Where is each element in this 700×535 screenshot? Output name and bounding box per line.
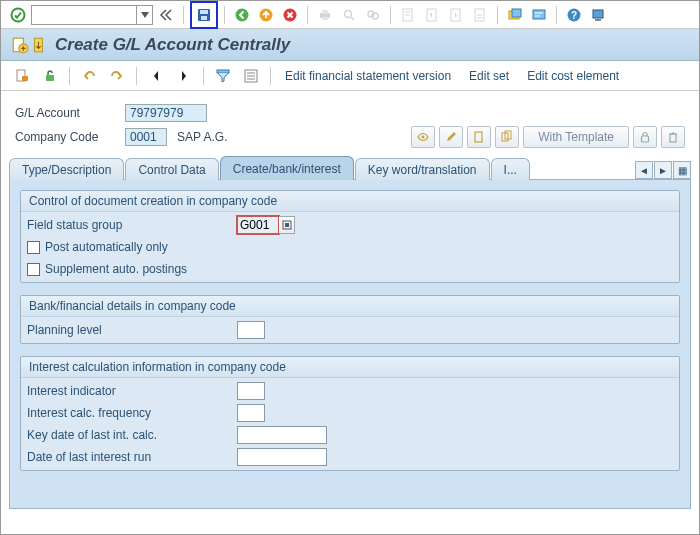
display-icon[interactable] <box>411 126 435 148</box>
command-field[interactable] <box>31 5 153 25</box>
field-status-group-input[interactable] <box>237 216 279 234</box>
find-next-icon <box>362 4 384 26</box>
gl-account-label: G/L Account <box>15 106 125 120</box>
tab-scroll-left[interactable]: ◄ <box>635 161 653 179</box>
svg-rect-18 <box>512 9 521 17</box>
new-doc-icon[interactable] <box>467 126 491 148</box>
cancel-button[interactable] <box>279 4 301 26</box>
key-date-input[interactable] <box>237 426 327 444</box>
svg-rect-28 <box>22 76 28 81</box>
separator <box>183 6 184 24</box>
save-highlight <box>190 1 218 29</box>
unlock-icon[interactable] <box>39 65 61 87</box>
svg-text:?: ? <box>571 10 577 21</box>
filter-icon[interactable] <box>212 65 234 87</box>
planning-level-label: Planning level <box>27 323 237 337</box>
svg-point-10 <box>345 10 352 17</box>
chevron-down-icon[interactable] <box>136 6 152 24</box>
redo-icon[interactable] <box>106 65 128 87</box>
tab-information[interactable]: I... <box>491 158 530 180</box>
shortcut-icon[interactable] <box>528 4 550 26</box>
supplement-auto-label: Supplement auto. postings <box>45 262 187 276</box>
interest-freq-label: Interest calc. frequency <box>27 406 237 420</box>
back-button[interactable] <box>231 4 253 26</box>
separator <box>136 67 137 85</box>
title-bar: Create G/L Account Centrally <box>1 29 699 61</box>
interest-indicator-label: Interest indicator <box>27 384 237 398</box>
svg-rect-3 <box>201 16 207 20</box>
planning-level-input[interactable] <box>237 321 265 339</box>
group-title: Control of document creation in company … <box>21 191 679 212</box>
separator <box>203 67 204 85</box>
interest-indicator-input[interactable] <box>237 382 265 400</box>
edit-fin-stmt-link[interactable]: Edit financial statement version <box>279 69 457 83</box>
svg-point-32 <box>422 136 425 139</box>
company-code-input[interactable] <box>125 128 167 146</box>
edit-cost-link[interactable]: Edit cost element <box>521 69 625 83</box>
next-item-icon[interactable] <box>173 65 195 87</box>
with-template-button[interactable]: With Template <box>523 126 629 148</box>
enter-icon[interactable] <box>7 4 29 26</box>
tab-create-bank-interest[interactable]: Create/bank/interest <box>220 156 354 180</box>
tab-type-description[interactable]: Type/Description <box>9 158 124 180</box>
svg-rect-22 <box>593 10 603 18</box>
tab-strip: Type/Description Control Data Create/ban… <box>9 155 691 179</box>
svg-rect-39 <box>285 223 289 227</box>
group-document-control: Control of document creation in company … <box>20 190 680 283</box>
tab-control-data[interactable]: Control Data <box>125 158 218 180</box>
find-icon <box>338 4 360 26</box>
group-title: Interest calculation information in comp… <box>21 357 679 378</box>
doc-new-icon <box>11 36 29 54</box>
doc-lock-icon[interactable] <box>11 65 33 87</box>
tab-keyword-translation[interactable]: Key word/translation <box>355 158 490 180</box>
separator <box>556 6 557 24</box>
post-auto-checkbox[interactable] <box>27 241 40 254</box>
svg-rect-36 <box>642 136 649 142</box>
svg-rect-37 <box>670 134 676 142</box>
gl-account-input[interactable] <box>125 104 207 122</box>
settings-icon[interactable] <box>240 65 262 87</box>
edit-set-link[interactable]: Edit set <box>463 69 515 83</box>
tab-scroll-buttons: ◄ ► ▦ <box>635 161 691 179</box>
field-status-group-label: Field status group <box>27 218 237 232</box>
tab-body: Control of document creation in company … <box>9 179 691 509</box>
company-code-label: Company Code <box>15 130 125 144</box>
prev-page-icon <box>421 4 443 26</box>
undo-icon[interactable] <box>78 65 100 87</box>
layout-icon[interactable] <box>587 4 609 26</box>
new-session-icon[interactable] <box>504 4 526 26</box>
tab-scroll-right[interactable]: ► <box>654 161 672 179</box>
separator <box>497 6 498 24</box>
svg-rect-9 <box>322 17 328 20</box>
separator <box>390 6 391 24</box>
print-icon <box>314 4 336 26</box>
supplement-auto-checkbox[interactable] <box>27 263 40 276</box>
first-page-icon <box>397 4 419 26</box>
prev-item-icon[interactable] <box>145 65 167 87</box>
exit-button[interactable] <box>255 4 277 26</box>
svg-rect-8 <box>322 10 328 14</box>
delete-icon[interactable] <box>661 126 685 148</box>
last-run-date-input[interactable] <box>237 448 327 466</box>
next-page-icon <box>445 4 467 26</box>
tab-list-icon[interactable]: ▦ <box>673 161 691 179</box>
last-page-icon <box>469 4 491 26</box>
f4-help-icon[interactable] <box>279 216 295 234</box>
separator <box>270 67 271 85</box>
svg-rect-19 <box>533 10 545 19</box>
separator <box>224 6 225 24</box>
lock-icon[interactable] <box>633 126 657 148</box>
help-icon[interactable]: ? <box>563 4 585 26</box>
group-interest-calc: Interest calculation information in comp… <box>20 356 680 471</box>
save-button[interactable] <box>193 4 215 26</box>
interest-freq-input[interactable] <box>237 404 265 422</box>
edit-icon[interactable] <box>439 126 463 148</box>
expand-icon[interactable] <box>31 36 47 54</box>
svg-rect-33 <box>475 132 482 142</box>
last-run-date-label: Date of last interest run <box>27 450 237 464</box>
copy-doc-icon[interactable] <box>495 126 519 148</box>
chevrons-left-icon[interactable] <box>155 4 177 26</box>
separator <box>69 67 70 85</box>
separator <box>307 6 308 24</box>
svg-rect-2 <box>200 10 208 14</box>
